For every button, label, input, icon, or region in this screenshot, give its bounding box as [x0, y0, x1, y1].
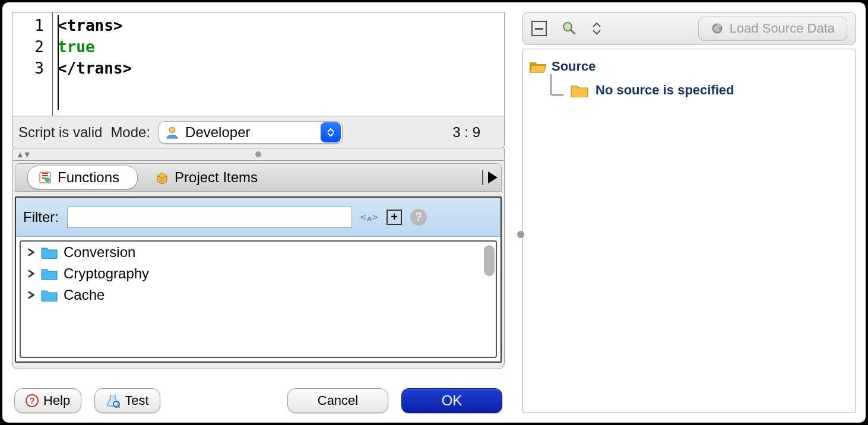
search-icon[interactable] — [562, 21, 576, 36]
svg-point-0 — [169, 127, 175, 133]
filter-label: Filter: — [23, 209, 59, 226]
line-number: 3 — [15, 58, 44, 79]
splitter-arrows-icon: ▲▼ — [16, 150, 30, 159]
tab-label: Project Items — [175, 169, 258, 186]
load-source-button[interactable]: Load Source Data — [698, 17, 847, 40]
button-label: Cancel — [318, 393, 358, 408]
svg-point-8 — [563, 23, 572, 31]
status-bar: Script is valid Mode: Developer 3 : 9 — [12, 116, 505, 148]
tab-bar: Functions Project Items — [15, 163, 502, 192]
tree-item-label: Conversion — [64, 244, 135, 261]
splitter-grip-icon — [517, 231, 524, 238]
tab-overflow[interactable] — [482, 170, 498, 185]
code-line: </trans> — [58, 58, 132, 79]
tab-label: Functions — [58, 169, 119, 186]
right-panel: Load Source Data Source No source is spe… — [522, 12, 856, 413]
ok-button[interactable]: OK — [401, 388, 502, 413]
tree-connector-icon — [550, 74, 563, 96]
code-line: <trans> — [58, 15, 132, 36]
svg-text:>: > — [372, 211, 378, 223]
separator-icon — [482, 170, 483, 185]
left-panel: 1 2 3 <trans> true </trans> Script is va… — [12, 12, 505, 413]
source-toolbar: Load Source Data — [522, 12, 856, 45]
expand-collapse-icon[interactable] — [592, 22, 601, 35]
functions-panel: Filter: <> + ? Conversion — [15, 196, 502, 363]
script-editor[interactable]: 1 2 3 <trans> true </trans> — [12, 12, 505, 116]
expand-all-icon[interactable]: + — [387, 210, 402, 225]
tree-leaf-label: No source is specified — [595, 83, 734, 98]
line-number: 2 — [15, 36, 44, 58]
folder-icon — [41, 288, 58, 302]
test-button[interactable]: Test — [94, 388, 160, 413]
tree-item-label: Cache — [64, 287, 104, 303]
folder-icon — [41, 267, 58, 280]
mode-dropdown[interactable]: Developer — [159, 121, 343, 144]
splitter-grip-icon — [255, 151, 261, 157]
scrollbar-thumb[interactable] — [484, 245, 495, 276]
help-icon: ? — [410, 209, 427, 226]
line-gutter: 1 2 3 — [12, 12, 53, 116]
mode-value: Developer — [185, 124, 315, 141]
dropdown-arrows-icon — [321, 122, 341, 142]
button-label: Test — [125, 393, 148, 408]
svg-text:<: < — [360, 211, 366, 223]
tree-item[interactable]: Cryptography — [21, 263, 496, 284]
lower-panel: Functions Project Items Filter: — [12, 160, 505, 369]
dialog-window: 1 2 3 <trans> true </trans> Script is va… — [2, 2, 866, 423]
mode-label: Mode: — [110, 124, 150, 141]
chevron-right-icon — [27, 291, 35, 299]
collapse-icon[interactable] — [531, 21, 547, 36]
overflow-arrow-icon — [488, 172, 498, 183]
tree-root[interactable]: Source — [529, 56, 850, 77]
chevron-right-icon — [27, 248, 35, 256]
functions-icon — [39, 171, 52, 184]
validity-status: Script is valid — [18, 124, 102, 141]
tree-item-label: Cryptography — [64, 265, 149, 282]
box-icon — [156, 171, 169, 184]
insert-brackets-icon[interactable]: <> — [360, 208, 378, 226]
chevron-right-icon — [27, 269, 35, 278]
tree-root-label: Source — [552, 59, 596, 74]
folder-icon — [571, 83, 588, 97]
tree-leaf: No source is specified — [550, 80, 850, 100]
svg-text:?: ? — [29, 395, 34, 405]
user-icon — [165, 125, 179, 139]
text-caret — [58, 15, 59, 110]
filter-input[interactable] — [67, 207, 352, 228]
code-area[interactable]: <trans> true </trans> — [53, 12, 137, 116]
tree-item[interactable]: Cache — [21, 284, 496, 306]
tab-functions[interactable]: Functions — [27, 166, 138, 189]
svg-point-2 — [45, 177, 50, 182]
function-tree[interactable]: Conversion Cryptography Cache — [20, 240, 497, 358]
button-label: OK — [442, 392, 462, 409]
cursor-position: 3 : 9 — [452, 124, 480, 141]
vertical-splitter[interactable] — [512, 12, 515, 413]
filter-bar: Filter: <> + ? — [16, 198, 500, 237]
folder-icon — [41, 246, 58, 259]
code-line: true — [58, 36, 132, 58]
reload-icon — [711, 22, 724, 35]
button-label: Load Source Data — [730, 21, 835, 36]
cancel-button[interactable]: Cancel — [287, 388, 388, 413]
tab-project-items[interactable]: Project Items — [145, 166, 275, 189]
source-tree[interactable]: Source No source is specified — [522, 49, 856, 413]
help-button[interactable]: ? Help — [14, 388, 81, 413]
dialog-buttons: ? Help Test Cancel OK — [12, 369, 505, 413]
tree-item[interactable]: Conversion — [21, 242, 496, 263]
line-number: 1 — [15, 15, 44, 36]
folder-open-icon — [529, 59, 547, 74]
button-label: Help — [43, 393, 70, 408]
horizontal-splitter[interactable]: ▲▼ — [12, 148, 505, 160]
